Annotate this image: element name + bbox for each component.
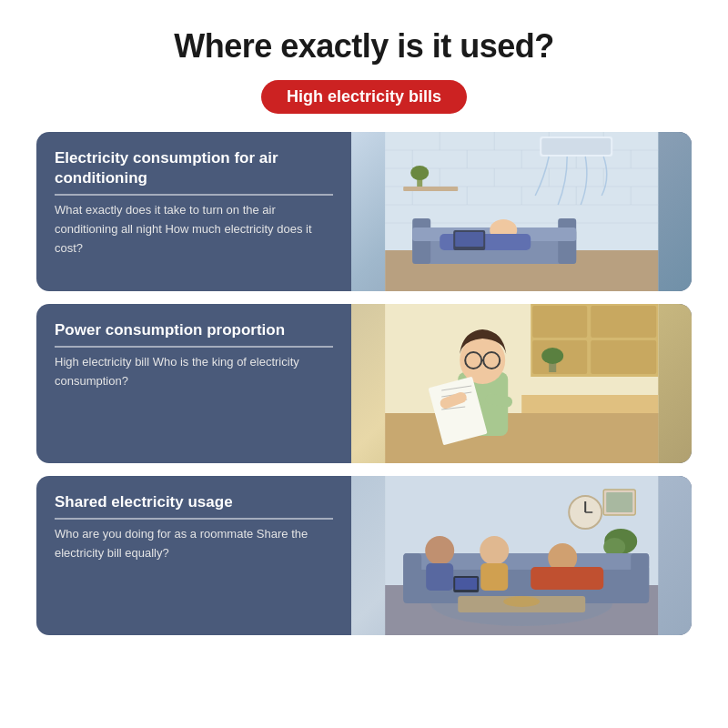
svg-point-81 [480, 536, 509, 565]
card-ac-text: Electricity consumption for air conditio… [36, 132, 351, 291]
svg-rect-80 [426, 563, 453, 591]
svg-point-47 [541, 348, 563, 364]
card-power-body: High electricity bill Who is the king of… [55, 353, 333, 391]
card-ac-heading: Electricity consumption for air conditio… [55, 148, 333, 196]
card-power-heading: Power consumption proportion [55, 320, 333, 348]
card-power-text: Power consumption proportion High electr… [36, 304, 351, 463]
card-ac: Electricity consumption for air conditio… [36, 132, 692, 291]
svg-rect-84 [531, 567, 603, 590]
svg-point-79 [425, 536, 454, 565]
cards-container: Electricity consumption for air conditio… [36, 132, 692, 635]
page-wrapper: Where exactly is it used? High electrici… [0, 0, 728, 728]
svg-rect-43 [591, 306, 656, 338]
svg-rect-36 [403, 187, 458, 191]
card-ac-image [351, 132, 692, 291]
svg-point-87 [503, 596, 540, 607]
svg-rect-68 [606, 492, 632, 512]
card-power: Power consumption proportion High electr… [36, 304, 692, 463]
card-shared: Shared electricity usage Who are you doi… [36, 476, 692, 635]
card-shared-text: Shared electricity usage Who are you doi… [36, 476, 351, 635]
svg-rect-31 [541, 138, 611, 155]
main-title: Where exactly is it used? [174, 27, 554, 66]
card-shared-heading: Shared electricity usage [55, 492, 333, 520]
svg-rect-48 [385, 413, 658, 463]
card-power-image [351, 304, 692, 463]
badge: High electricity bills [261, 80, 467, 114]
svg-point-38 [410, 166, 429, 180]
svg-rect-35 [455, 232, 483, 247]
svg-rect-82 [480, 563, 508, 591]
svg-rect-45 [591, 340, 656, 374]
svg-rect-49 [521, 395, 658, 413]
card-shared-body: Who are you doing for as a roommate Shar… [55, 525, 333, 563]
svg-rect-86 [455, 578, 477, 590]
card-ac-body: What exactly does it take to turn on the… [55, 201, 333, 258]
svg-rect-76 [403, 553, 421, 603]
svg-rect-77 [631, 553, 649, 603]
card-shared-image [351, 476, 692, 635]
svg-rect-42 [532, 306, 587, 338]
